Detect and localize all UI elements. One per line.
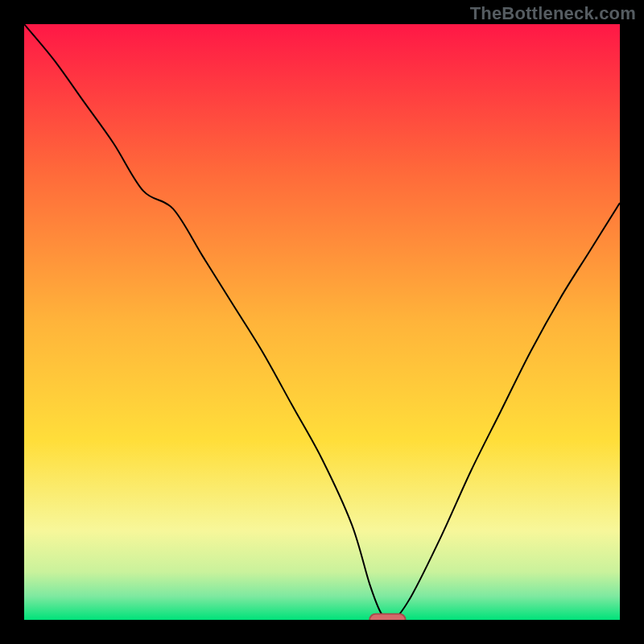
chart-frame: TheBottleneck.com xyxy=(0,0,644,644)
optimum-marker xyxy=(369,614,405,620)
chart-background xyxy=(24,24,620,620)
bottleneck-chart xyxy=(24,24,620,620)
watermark-text: TheBottleneck.com xyxy=(470,3,636,24)
